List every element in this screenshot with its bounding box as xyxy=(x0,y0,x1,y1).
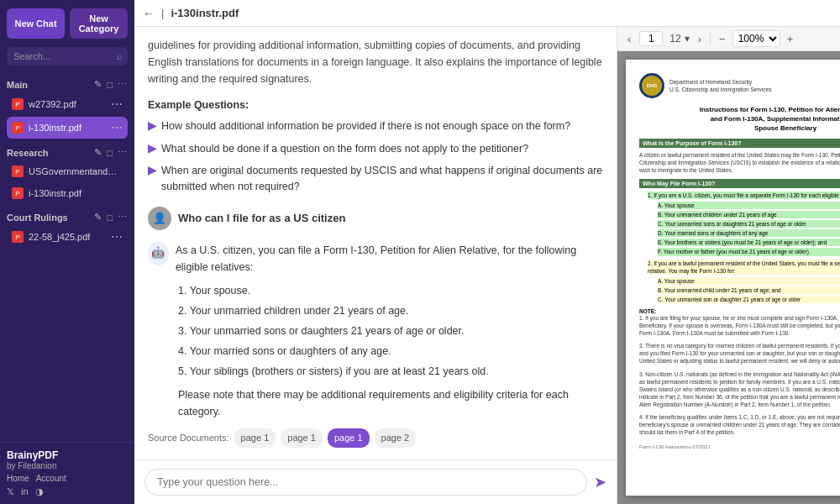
pdf-next-button[interactable]: › xyxy=(695,31,705,47)
sidebar-item-i130instr2[interactable]: P i-130instr.pdf xyxy=(7,183,128,203)
uscis-logo: DHS xyxy=(639,73,664,98)
sidebar-search-container: ⌕ xyxy=(7,47,128,66)
example-questions: Example Questions: ▶ How should addition… xyxy=(148,97,603,195)
pdf-footer: Form I-130 Instructions 07/2021 Page 1 o… xyxy=(639,444,840,449)
search-input[interactable] xyxy=(7,47,128,66)
user-avatar: 👤 xyxy=(148,207,171,230)
footer-home-link[interactable]: Home xyxy=(7,474,29,483)
sidebar-item-usgov[interactable]: P USGovernmentandCitizen... xyxy=(7,161,128,181)
zoom-select[interactable]: 100% 75% 125% 150% xyxy=(732,30,780,47)
ai-bullet-1: 1. Your spouse. xyxy=(178,282,603,299)
footer-links: Home Account xyxy=(7,474,128,483)
section-research-label: Research xyxy=(7,148,49,158)
source-docs: Source Documents: page 1 page 1 page 1 p… xyxy=(148,428,603,449)
sidebar-item-court1[interactable]: P 22-58_j425.pdf ⋯ xyxy=(7,226,128,248)
sidebar-item-label: USGovernmentandCitizen... xyxy=(29,166,123,176)
example-question-2: ▶ What should be done if a question on t… xyxy=(148,141,603,157)
sidebar-item-i130instr[interactable]: P i-130instr.pdf ⋯ xyxy=(7,117,128,139)
sidebar-item-label: 22-58_j425.pdf xyxy=(29,232,109,242)
toolbar-separator xyxy=(710,32,711,45)
section-court-rulings: Court Rulings ✎ □ ⋯ P 22-58_j425.pdf ⋯ xyxy=(0,207,134,251)
note-label: NOTE: xyxy=(639,308,840,314)
theme-toggle-icon[interactable]: ◑ xyxy=(35,486,44,497)
section1-header: What Is the Purpose of Form I-130? xyxy=(639,139,840,148)
chat-area: guidelines for providing additional info… xyxy=(134,27,617,504)
new-chat-button[interactable]: New Chat xyxy=(7,8,65,39)
pdf-page-dropdown-icon[interactable]: ▾ xyxy=(685,33,690,45)
section-main: Main ✎ □ ⋯ P w27392.pdf ⋯ P i-130instr.p… xyxy=(0,74,134,142)
zoom-in-button[interactable]: + xyxy=(784,31,797,47)
bot-icon: 🤖 xyxy=(148,242,169,265)
section-research-more[interactable]: ⋯ xyxy=(117,147,128,158)
pdf-icon: P xyxy=(12,98,24,110)
question-text: What should be done if a question on the… xyxy=(161,141,528,157)
search-icon: ⌕ xyxy=(117,51,123,61)
summary-message: guidelines for providing additional info… xyxy=(148,37,603,195)
sidebar-item-w27392[interactable]: P w27392.pdf ⋯ xyxy=(7,93,128,115)
section-court-add[interactable]: □ xyxy=(106,212,113,223)
pdf-main-title: Instructions for Form I-130, Petition fo… xyxy=(639,105,840,134)
source-page-2[interactable]: page 1 xyxy=(281,428,323,449)
question-text: How should additional information be pro… xyxy=(161,118,570,134)
ai-intro-text: As a U.S. citizen, you can file a Form I… xyxy=(176,242,603,276)
zoom-out-button[interactable]: − xyxy=(716,31,729,47)
new-category-button[interactable]: New Category xyxy=(70,8,128,39)
pdf-icon: P xyxy=(12,187,24,199)
pdf-title: i-130instr.pdf xyxy=(171,7,833,19)
section-research-edit[interactable]: ✎ xyxy=(93,147,102,158)
item-2c: C. Your unmarried son or daughter 21 yea… xyxy=(658,296,840,303)
brand-sub: by Filedanion xyxy=(7,461,128,470)
item-1e: E. Your brothers or sisters (you must be… xyxy=(658,239,840,246)
linkedin-icon[interactable]: in xyxy=(21,486,29,497)
source-page-1[interactable]: page 1 xyxy=(234,428,276,449)
send-button[interactable]: ➤ xyxy=(594,473,606,491)
question-text: When are original documents requested by… xyxy=(161,163,603,195)
pdf-lettered-list-2: A. Your spouse B. Your unmarried child u… xyxy=(648,277,840,303)
item-more-icon[interactable]: ⋯ xyxy=(111,97,123,111)
pdf-lettered-list-1: A. Your spouse B. Your unmarried childre… xyxy=(648,202,840,256)
item-more-icon[interactable]: ⋯ xyxy=(111,121,123,134)
section2-header: Who May File Form I-130? xyxy=(639,179,840,188)
footer-account-link[interactable]: Account xyxy=(36,474,66,483)
section-main-more[interactable]: ⋯ xyxy=(117,79,128,90)
main-area: ← | i-130instr.pdf ⬇ ⇅ ✎ 🗑 ↻ ✕ guideline… xyxy=(134,0,840,504)
sidebar-footer: BrainyPDF by Filedanion Home Account 𝕏 i… xyxy=(0,442,134,504)
ai-bullet-5: 5. Your siblings (brothers or sisters) i… xyxy=(178,363,603,380)
pdf-page-info: 12 ▾ xyxy=(639,31,689,46)
agency-label: U.S. Citizenship and Immigration Service… xyxy=(669,86,771,93)
sidebar-item-label: w27392.pdf xyxy=(29,99,109,109)
pdf-toolbar: ‹ 12 ▾ › − 100% 75% 125% 150% xyxy=(617,27,840,51)
pdf-page-header: DHS Department of Homeland Security U.S.… xyxy=(639,73,840,98)
sidebar-top-buttons: New Chat New Category xyxy=(0,0,134,47)
summary-text: guidelines for providing additional info… xyxy=(148,37,603,87)
section-main-add[interactable]: □ xyxy=(106,79,113,90)
section2-item2: 2. If you are a lawful permanent residen… xyxy=(648,260,840,275)
twitter-icon[interactable]: 𝕏 xyxy=(7,486,14,497)
pdf-prev-button[interactable]: ‹ xyxy=(624,31,634,47)
pdf-icon: P xyxy=(12,165,24,177)
source-page-3[interactable]: page 1 xyxy=(328,428,370,449)
item-1c: C. Your unmarried sons or daughters 21 y… xyxy=(658,220,840,228)
section-research-add[interactable]: □ xyxy=(106,147,113,158)
item-1d: D. Your married sons or daughters of any… xyxy=(658,229,840,237)
note-4: 4. If the beneficiary qualifies under It… xyxy=(639,413,840,436)
pdf-notes: NOTE: 1. If you are filing for your spou… xyxy=(639,308,840,436)
section-court-more[interactable]: ⋯ xyxy=(117,212,128,223)
item-more-icon[interactable]: ⋯ xyxy=(111,230,123,244)
pdf-icon: P xyxy=(12,122,24,134)
chat-input[interactable] xyxy=(144,469,587,496)
section-main-edit[interactable]: ✎ xyxy=(93,79,102,90)
ai-note-text: Please note that there may be additional… xyxy=(178,386,603,420)
ai-bullet-4: 4. Your married sons or daughters of any… xyxy=(178,343,603,360)
pdf-agency-info: Department of Homeland Security U.S. Cit… xyxy=(669,78,771,93)
section1-text: A citizen or lawful permanent resident o… xyxy=(639,151,840,174)
item-1a: A. Your spouse xyxy=(658,202,840,209)
back-button[interactable]: ← xyxy=(143,7,155,20)
note-2: 2. There is no visa category for married… xyxy=(639,342,840,365)
section-court-edit[interactable]: ✎ xyxy=(93,212,102,223)
ai-bullet-3: 3. Your unmarried sons or daughters 21 y… xyxy=(178,323,603,339)
source-page-4[interactable]: page 2 xyxy=(375,428,417,449)
chat-input-area: ➤ xyxy=(134,459,617,504)
pdf-header: ← | i-130instr.pdf ⬇ ⇅ ✎ 🗑 ↻ ✕ xyxy=(134,0,840,27)
pdf-page-input[interactable] xyxy=(639,31,663,46)
